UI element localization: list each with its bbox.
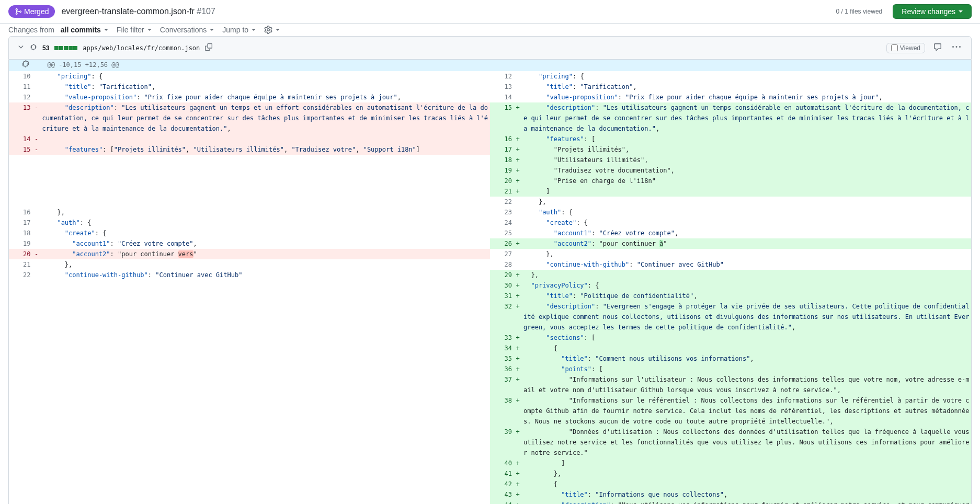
line-number[interactable]: 14 <box>9 134 31 144</box>
line-number[interactable] <box>9 333 31 343</box>
line-number[interactable]: 19 <box>9 238 31 249</box>
line-number[interactable] <box>9 500 31 504</box>
code-cell[interactable]: "Utilisateurs illimités", <box>523 155 972 165</box>
kebab-menu-icon[interactable] <box>950 41 963 55</box>
code-cell[interactable] <box>42 374 491 395</box>
code-cell[interactable]: "points": [ <box>523 364 972 374</box>
line-number[interactable]: 13 <box>490 82 512 92</box>
code-cell[interactable]: "description": "Les utilisateurs gagnent… <box>42 102 491 134</box>
code-cell[interactable]: "Projets illimités", <box>523 144 972 155</box>
line-number[interactable]: 12 <box>490 71 512 82</box>
line-number[interactable] <box>9 301 31 333</box>
line-number[interactable]: 41 <box>490 468 512 479</box>
line-number[interactable]: 44 <box>490 500 512 504</box>
code-cell[interactable] <box>42 458 491 468</box>
code-cell[interactable] <box>42 479 491 489</box>
code-cell[interactable]: "create": { <box>523 217 972 228</box>
code-cell[interactable] <box>42 427 491 458</box>
line-number[interactable]: 35 <box>490 353 512 364</box>
diff-settings-dropdown[interactable] <box>264 26 280 34</box>
code-cell[interactable]: "sections": [ <box>523 333 972 343</box>
line-number[interactable]: 32 <box>490 301 512 333</box>
line-number[interactable] <box>9 280 31 291</box>
line-number[interactable]: 14 <box>490 92 512 102</box>
line-number[interactable] <box>9 353 31 364</box>
code-cell[interactable] <box>42 333 491 343</box>
line-number[interactable]: 20 <box>9 249 31 259</box>
line-number[interactable] <box>9 395 31 427</box>
code-cell[interactable] <box>42 165 491 176</box>
line-number[interactable] <box>9 197 31 207</box>
code-cell[interactable]: "account2": "pour continuer vers" <box>42 249 491 259</box>
line-number[interactable]: 37 <box>490 374 512 395</box>
expand-all-icon[interactable] <box>30 43 37 52</box>
line-number[interactable]: 10 <box>9 71 31 82</box>
line-number[interactable]: 12 <box>9 92 31 102</box>
expand-hunk-icon[interactable] <box>9 60 42 71</box>
code-cell[interactable]: "description": "Evergreen s'engage à pro… <box>523 301 972 333</box>
code-cell[interactable] <box>42 468 491 479</box>
code-cell[interactable]: "privacyPolicy": { <box>523 280 972 291</box>
code-cell[interactable]: ] <box>523 458 972 468</box>
line-number[interactable]: 20 <box>490 176 512 186</box>
code-cell[interactable]: "value-proposition": "Prix fixe pour aid… <box>42 92 491 102</box>
code-cell[interactable]: "create": { <box>42 228 491 238</box>
line-number[interactable]: 38 <box>490 395 512 427</box>
changes-from-dropdown[interactable]: Changes from all commits <box>8 26 108 34</box>
line-number[interactable]: 31 <box>490 291 512 301</box>
code-cell[interactable]: "Données d'utilisation : Nous collectons… <box>523 427 972 458</box>
line-number[interactable]: 15 <box>490 102 512 134</box>
code-cell[interactable] <box>42 500 491 504</box>
code-cell[interactable]: "title": "Politique de confidentialité", <box>523 291 972 301</box>
code-cell[interactable]: "title": "Comment nous utilisons vos inf… <box>523 353 972 364</box>
code-cell[interactable]: "title": "Tarification", <box>523 82 972 92</box>
code-cell[interactable] <box>42 134 491 144</box>
line-number[interactable] <box>9 468 31 479</box>
code-cell[interactable]: { <box>523 343 972 353</box>
code-cell[interactable]: "pricing": { <box>523 71 972 82</box>
code-cell[interactable]: "value-proposition": "Prix fixe pour aid… <box>523 92 972 102</box>
line-number[interactable]: 11 <box>9 82 31 92</box>
line-number[interactable] <box>9 155 31 165</box>
line-number[interactable]: 18 <box>490 155 512 165</box>
code-cell[interactable]: "account1": "Créez votre compte", <box>42 238 491 249</box>
line-number[interactable]: 36 <box>490 364 512 374</box>
line-number[interactable] <box>9 291 31 301</box>
line-number[interactable]: 15 <box>9 144 31 155</box>
code-cell[interactable] <box>42 489 491 500</box>
line-number[interactable]: 18 <box>9 228 31 238</box>
code-cell[interactable]: "auth": { <box>42 217 491 228</box>
code-cell[interactable] <box>42 353 491 364</box>
line-number[interactable]: 27 <box>490 249 512 259</box>
jump-to-dropdown[interactable]: Jump to <box>222 26 256 34</box>
code-cell[interactable]: }, <box>523 197 972 207</box>
line-number[interactable]: 23 <box>490 207 512 217</box>
line-number[interactable]: 17 <box>9 217 31 228</box>
line-number[interactable]: 34 <box>490 343 512 353</box>
code-cell[interactable]: }, <box>523 468 972 479</box>
conversations-dropdown[interactable]: Conversations <box>160 26 214 34</box>
code-cell[interactable]: "features": [ <box>523 134 972 144</box>
code-cell[interactable]: "features": ["Projets illimités", "Utili… <box>42 144 491 155</box>
code-cell[interactable]: ] <box>523 186 972 197</box>
line-number[interactable]: 24 <box>490 217 512 228</box>
copy-path-icon[interactable] <box>205 43 212 52</box>
code-cell[interactable]: }, <box>523 249 972 259</box>
line-number[interactable] <box>9 343 31 353</box>
line-number[interactable] <box>9 364 31 374</box>
line-number[interactable]: 30 <box>490 280 512 291</box>
comment-icon[interactable] <box>931 41 944 55</box>
code-cell[interactable] <box>42 155 491 165</box>
file-path[interactable]: apps/web/locales/fr/common.json <box>83 44 200 52</box>
line-number[interactable]: 21 <box>490 186 512 197</box>
line-number[interactable] <box>9 458 31 468</box>
line-number[interactable]: 22 <box>490 197 512 207</box>
collapse-file-icon[interactable] <box>17 43 25 52</box>
code-cell[interactable]: "account1": "Créez votre compte", <box>523 228 972 238</box>
code-cell[interactable]: "title": "Informations que nous collecto… <box>523 489 972 500</box>
pr-title[interactable]: evergreen-translate-common.json-fr #107 <box>61 7 215 16</box>
code-cell[interactable] <box>42 395 491 427</box>
line-number[interactable]: 43 <box>490 489 512 500</box>
code-cell[interactable]: "Informations sur l'utilisateur : Nous c… <box>523 374 972 395</box>
line-number[interactable]: 25 <box>490 228 512 238</box>
